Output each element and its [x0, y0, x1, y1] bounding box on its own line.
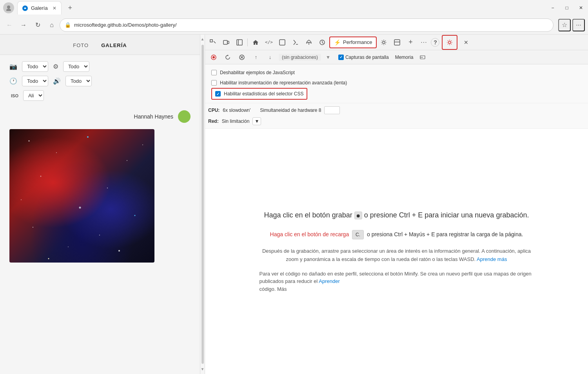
- content-area: FOTO GALERÍA 📷 Todo ⚙ Todo 🕐: [0, 35, 588, 374]
- back-button[interactable]: ←: [3, 19, 16, 31]
- performance-wizard-button[interactable]: [316, 36, 328, 48]
- check-icon: ✓: [339, 55, 343, 59]
- scroll-up-arrow[interactable]: ▲: [201, 35, 205, 43]
- settings-icon: ⚙: [53, 63, 58, 70]
- forward-button[interactable]: →: [17, 19, 30, 31]
- network-value: Sin limitación: [222, 119, 250, 124]
- network-label: Red:: [208, 119, 219, 124]
- more-tabs-button[interactable]: ···: [417, 36, 430, 48]
- upload-button[interactable]: ↑: [250, 52, 261, 63]
- tab-bar: Galería ✕ +: [17, 0, 549, 16]
- network-dropdown[interactable]: ▼: [252, 117, 261, 125]
- svg-point-8: [107, 188, 108, 188]
- svg-point-11: [33, 227, 33, 228]
- elements-tab-button[interactable]: </>: [263, 36, 275, 48]
- close-button[interactable]: ✕: [577, 5, 585, 11]
- devtools-close-button[interactable]: ✕: [460, 36, 472, 48]
- sound-icon: 🔊: [53, 77, 61, 85]
- address-bar[interactable]: 🔒 microsoftedge.github.io/Demos/photo-ga…: [60, 18, 554, 32]
- home-button[interactable]: ⌂: [45, 19, 58, 31]
- help-button[interactable]: ?: [431, 38, 439, 47]
- console-tab-button[interactable]: [276, 36, 289, 48]
- filter-settings[interactable]: Todo: [63, 61, 89, 72]
- checkbox-row-1: Deshabilitar ejemplos de JavaScript: [208, 68, 585, 78]
- nav-right-buttons: ☆ ···: [558, 19, 585, 31]
- scrollbar-thumb[interactable]: [201, 45, 204, 364]
- devtools-subtoolbar: ↑ ↓ (sin grabaciones) ▼ ✓ Capturas de pa…: [205, 50, 588, 64]
- lock-icon: 🔒: [65, 22, 71, 28]
- main-desc-1: Después de la grabación, arrastre para s…: [260, 247, 534, 264]
- panel-tab-button[interactable]: [391, 36, 403, 48]
- active-tab[interactable]: Galería ✕: [17, 1, 62, 15]
- svg-rect-24: [279, 40, 285, 45]
- website-panel: FOTO GALERÍA 📷 Todo ⚙ Todo 🕐: [0, 35, 200, 374]
- dropdown-arrow[interactable]: ▼: [326, 55, 330, 60]
- checkbox-3[interactable]: ✓: [215, 91, 221, 97]
- scroll-down-arrow[interactable]: ▼: [201, 365, 205, 373]
- restore-button[interactable]: □: [563, 5, 571, 11]
- minimize-button[interactable]: −: [549, 5, 557, 11]
- new-tab-button[interactable]: +: [65, 2, 76, 13]
- more-button[interactable]: ···: [572, 19, 585, 31]
- nav-foto[interactable]: FOTO: [73, 42, 89, 48]
- favorites-button[interactable]: ☆: [558, 19, 571, 31]
- record-button[interactable]: [208, 52, 219, 63]
- nav-bar: ← → ↻ ⌂ 🔒 microsoftedge.github.io/Demos/…: [0, 16, 588, 35]
- filter-row-1: 📷 Todo ⚙ Todo: [9, 61, 191, 72]
- filter-sound[interactable]: Todo: [65, 76, 92, 86]
- user-name: Hannah Haynes: [134, 113, 173, 120]
- svg-rect-21: [227, 41, 229, 44]
- reload-record-button[interactable]: [222, 52, 233, 63]
- reload-button[interactable]: ↻: [31, 19, 44, 31]
- download-button[interactable]: ↓: [265, 52, 276, 63]
- devtools-toolbar: </> ⚡ Performance: [205, 35, 588, 50]
- user-avatar: [178, 110, 191, 123]
- memory-settings-button[interactable]: [417, 52, 428, 63]
- checkboxes-area: Deshabilitar ejemplos de JavaScript Habi…: [205, 64, 588, 103]
- svg-point-9: [142, 144, 143, 145]
- svg-rect-22: [237, 40, 242, 45]
- learn-more-link-2[interactable]: Aprender: [319, 278, 339, 284]
- svg-point-15: [21, 199, 22, 200]
- nav-galeria[interactable]: GALERÍA: [101, 42, 127, 48]
- sources-tab-button[interactable]: [289, 36, 302, 48]
- filter-time[interactable]: Todo: [22, 76, 48, 86]
- checkbox-1[interactable]: [211, 70, 217, 75]
- stop-button[interactable]: [236, 52, 247, 63]
- devtools-panel: </> ⚡ Performance: [205, 35, 588, 374]
- network-tab-button[interactable]: [303, 36, 315, 48]
- svg-point-5: [87, 136, 89, 138]
- url-display: microsoftedge.github.io/Demos/photo-gall…: [74, 22, 548, 28]
- cpu-label: CPU:: [208, 108, 220, 113]
- simultaneidad-input[interactable]: [324, 106, 340, 114]
- device-emulation-button[interactable]: [220, 36, 232, 48]
- settings-gear-button[interactable]: [443, 36, 456, 48]
- home-tab-button[interactable]: [249, 36, 262, 48]
- user-section: Hannah Haynes: [0, 107, 200, 126]
- main-instruction-2: Haga clic en el botón de recarga C. o pr…: [270, 230, 523, 239]
- learn-more-link-1[interactable]: Aprende más: [477, 256, 507, 262]
- browser-window: Galería ✕ + − □ ✕ ← → ↻ ⌂ 🔒 microsoftedg…: [0, 0, 588, 374]
- split-panel-button[interactable]: [233, 36, 246, 48]
- camera-icon: 📷: [9, 63, 17, 70]
- filter-row-iso: ISO Ali: [9, 90, 191, 101]
- record-btn-ref: ⏺: [354, 212, 362, 219]
- filter-iso[interactable]: Ali: [23, 90, 44, 101]
- devtools-scrollbar: ▲ ▼: [200, 35, 205, 374]
- svg-rect-20: [223, 40, 227, 44]
- svg-point-31: [448, 41, 451, 44]
- settings-gear-highlighted: [442, 35, 457, 50]
- checkbox-row-2: Habilitar instrumentación de representac…: [208, 78, 585, 88]
- svg-point-0: [7, 5, 10, 9]
- screenshots-checkbox[interactable]: ✓ Capturas de pantalla: [338, 55, 389, 60]
- filter-camera[interactable]: Todo: [22, 61, 48, 72]
- tab-close-button[interactable]: ✕: [53, 5, 56, 11]
- tab-favicon: [22, 5, 28, 11]
- performance-tab[interactable]: ⚡ Performance: [329, 36, 377, 48]
- website-header: FOTO GALERÍA: [0, 35, 200, 55]
- settings-tab-button[interactable]: [377, 36, 390, 48]
- inspect-element-button[interactable]: [207, 36, 219, 48]
- add-tab-button[interactable]: +: [404, 36, 417, 48]
- checkbox-2[interactable]: [211, 80, 217, 86]
- profile-avatar[interactable]: [3, 2, 14, 13]
